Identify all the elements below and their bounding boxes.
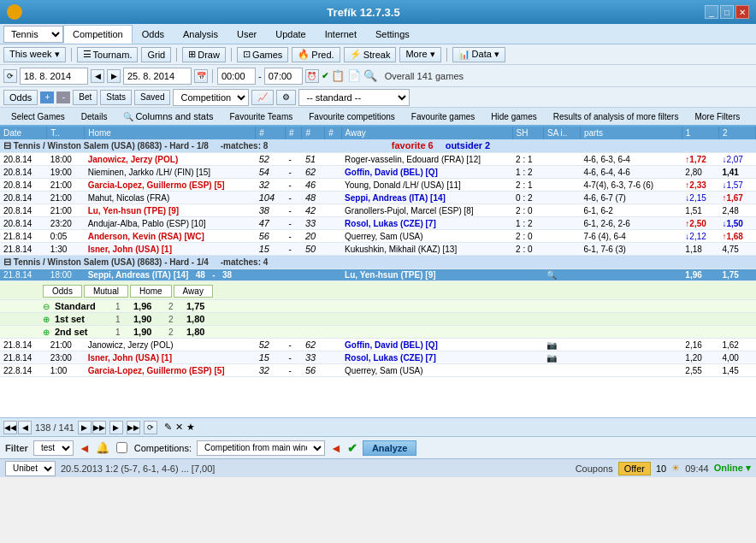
cell-sh: 2 : 0 — [512, 243, 543, 256]
comp-from-main-select[interactable]: Competition from main window — [197, 440, 325, 456]
tab-update[interactable]: Update — [266, 25, 315, 44]
odds-tab-away[interactable]: Away — [174, 285, 213, 298]
table-row[interactable]: 20.8.14 21:00 Lu, Yen-hsun (TPE) [9] 38 … — [0, 204, 756, 217]
minimize-button[interactable]: _ — [705, 5, 718, 19]
tab-analysis[interactable]: Analysis — [174, 25, 227, 44]
col-home: Home — [85, 127, 256, 139]
cell-time: 1:00 — [47, 364, 85, 377]
col-1: 1 — [682, 127, 718, 139]
sub-tab-columns[interactable]: 🔍 Columns and stats — [115, 108, 221, 125]
grid-button[interactable]: Grid — [141, 47, 171, 62]
competitions-checkbox[interactable] — [116, 442, 127, 453]
sub-tab-fav-games[interactable]: Favourite games — [404, 108, 482, 125]
menu-tabs: Tennis Football Competition Odds Analysi… — [0, 24, 756, 44]
table-row[interactable]: 21.8.14 0:05 Anderson, Kevin (RSA) [WC] … — [0, 230, 756, 243]
sub-tab-more-filters[interactable]: More Filters — [687, 108, 747, 125]
1stset-expand[interactable]: ⊕ — [43, 315, 50, 324]
cell-sa — [543, 153, 580, 166]
sub-tab-fav-comp[interactable]: Favourite competitions — [301, 108, 403, 125]
games-icon: ⊡ — [243, 49, 251, 60]
sub-tab-details[interactable]: Details — [74, 108, 115, 125]
add-button[interactable]: + — [40, 91, 54, 103]
remove-button[interactable]: - — [56, 91, 70, 103]
2ndset-expand[interactable]: ⊕ — [43, 328, 50, 337]
data-button[interactable]: 📊 Data ▾ — [452, 47, 505, 62]
filter-select[interactable]: test — [33, 440, 74, 456]
streak-button[interactable]: ⚡ Streak — [344, 47, 397, 62]
maximize-button[interactable]: □ — [720, 5, 734, 19]
odds-tab-odds[interactable]: Odds — [43, 285, 82, 298]
sport-select[interactable]: Tennis Football — [3, 26, 63, 43]
analyze-button[interactable]: Analyze — [363, 440, 417, 456]
cell-parts — [580, 339, 682, 351]
table-row-selected[interactable]: 21.8.14 18:00 Seppi, Andreas (ITA) [14] … — [0, 269, 756, 281]
saved-button[interactable]: Saved — [134, 90, 170, 105]
table-row[interactable]: 20.8.14 19:00 Nieminen, Jarkko /LH/ (FIN… — [0, 166, 756, 179]
bet-button[interactable]: Bet — [73, 90, 97, 105]
this-week-button[interactable]: This week ▾ — [3, 47, 66, 62]
prev-page-button[interactable]: ◀ — [18, 421, 32, 434]
games-button[interactable]: ⊡ Games — [237, 47, 288, 62]
time-to-input[interactable] — [264, 68, 303, 85]
group-expand-icon-2[interactable]: ⊟ — [3, 257, 11, 267]
standard-expand[interactable]: ⊖ — [43, 302, 50, 311]
date-to-input[interactable] — [123, 68, 192, 85]
sub-tab-hide-games[interactable]: Hide games — [483, 108, 544, 125]
toolbar-separator-1 — [71, 48, 72, 62]
stats-button[interactable]: Stats — [100, 90, 132, 105]
clock-button[interactable]: ⏰ — [305, 69, 319, 83]
table-row[interactable]: 21.8.14 23:00 Isner, John (USA) [1] 15 -… — [0, 351, 756, 364]
cell-sh: 1 : 2 — [512, 166, 543, 179]
pred-button[interactable]: 🔥 Pred. — [292, 47, 340, 62]
tab-internet[interactable]: Internet — [316, 25, 366, 44]
draw-button[interactable]: ⊞ Draw — [182, 47, 226, 62]
filter-btn[interactable]: ⚙ — [276, 90, 296, 105]
table-row[interactable]: 20.8.14 18:00 Janowicz, Jerzy (POL) 52 -… — [0, 153, 756, 166]
table-row[interactable]: 21.8.14 21:00 Janowicz, Jerzy (POL) 52 -… — [0, 339, 756, 351]
cell-date: 20.8.14 — [0, 217, 47, 230]
first-page-button[interactable]: ◀◀ — [3, 421, 17, 434]
tab-odds[interactable]: Odds — [133, 25, 174, 44]
sub-tab-fav-teams[interactable]: Favourite Teams — [222, 108, 301, 125]
group-expand-icon[interactable]: ⊟ — [3, 140, 11, 151]
table-row[interactable]: 22.8.14 1:00 Garcia-Lopez, Guillermo (ES… — [0, 364, 756, 377]
cell-blank — [325, 230, 341, 243]
standard-select[interactable]: -- standard -- — [298, 89, 410, 106]
calendar-button[interactable]: 📅 — [194, 69, 208, 83]
chart-button[interactable]: 📈 — [251, 90, 274, 105]
sub-tab-select-games[interactable]: Select Games — [3, 108, 73, 125]
bookie-select[interactable]: Unibet — [5, 461, 56, 476]
col-sh: SH — [512, 127, 543, 139]
odds-button[interactable]: Odds — [3, 90, 38, 105]
cell-hrank: 32 — [256, 179, 286, 192]
date-prev-button[interactable]: ◀ — [91, 69, 104, 83]
odds-tab-mutual[interactable]: Mutual — [84, 285, 128, 298]
cell-parts: 4-6, 6-4, 4-6 — [580, 166, 682, 179]
table-row[interactable]: 20.8.14 21:00 Mahut, Nicolas (FRA) 104 -… — [0, 192, 756, 204]
cell-arank: 46 — [302, 179, 325, 192]
jump-end-button[interactable]: ▶▶ — [127, 421, 140, 434]
odds-tab-home[interactable]: Home — [130, 285, 172, 298]
more-button[interactable]: More ▾ — [399, 47, 440, 62]
tournam-button[interactable]: ☰ Tournam. — [77, 47, 139, 62]
online-status[interactable]: Online ▾ — [714, 463, 751, 474]
offer-button[interactable]: Offer — [618, 462, 651, 475]
last-page-button[interactable]: ▶▶ — [92, 421, 106, 434]
competition-select[interactable]: Competition — [173, 89, 249, 106]
sub-tab-results[interactable]: Results of analysis of more filters — [546, 108, 687, 125]
date-from-input[interactable] — [20, 68, 88, 85]
refresh-button[interactable]: ⟳ — [3, 69, 17, 83]
table-row[interactable]: 20.8.14 21:00 Garcia-Lopez, Guillermo (E… — [0, 179, 756, 192]
refresh-list-button[interactable]: ⟳ — [144, 421, 157, 434]
next-page-button[interactable]: ▶ — [78, 421, 92, 434]
tab-user[interactable]: User — [227, 25, 266, 44]
date-next-button[interactable]: ▶ — [107, 69, 121, 83]
cell-hrank: 32 — [256, 364, 286, 377]
close-button[interactable]: ✕ — [735, 5, 749, 19]
jump-button[interactable]: ▶ — [109, 421, 123, 434]
table-row[interactable]: 20.8.14 23:20 Andujar-Alba, Pablo (ESP) … — [0, 217, 756, 230]
time-from-input[interactable] — [217, 68, 256, 85]
tab-settings[interactable]: Settings — [366, 25, 419, 44]
table-row[interactable]: 21.8.14 1:30 Isner, John (USA) [1] 15 - … — [0, 243, 756, 256]
tab-competition[interactable]: Competition — [63, 25, 133, 44]
